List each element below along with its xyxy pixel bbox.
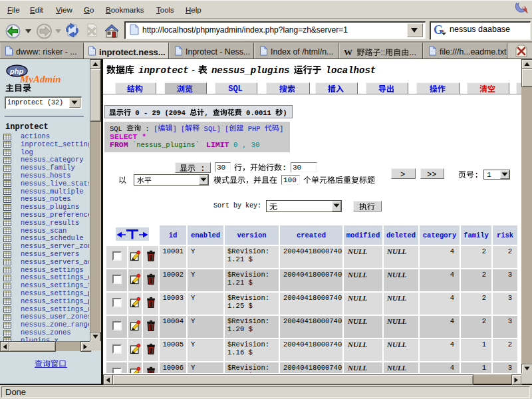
svg-text:localhost: localhost — [326, 65, 376, 76]
svg-text::: : — [282, 164, 287, 173]
svg-text:MyAdmin: MyAdmin — [19, 74, 61, 84]
svg-text:SQL] [: SQL] [ — [200, 125, 229, 133]
svg-text:): ) — [283, 109, 287, 117]
svg-text:nessus_plugins: nessus_plugins — [136, 141, 195, 149]
svg-text:]: ] — [279, 125, 283, 133]
svg-text:G: G — [434, 24, 443, 36]
svg-text:inprotect: inprotect — [138, 65, 189, 76]
svg-text:>>: >> — [427, 170, 436, 180]
svg-text:`: ` — [128, 141, 137, 149]
svg-text::: : — [474, 171, 479, 180]
svg-text::: : — [196, 164, 205, 174]
svg-text:,: , — [204, 109, 213, 117]
svg-text:0 - 29 (2094: 0 - 29 (2094 — [131, 109, 190, 117]
svg-text:[: [ — [154, 125, 158, 133]
svg-text:PHP: PHP — [243, 125, 265, 133]
svg-text:...: ... — [409, 47, 416, 57]
svg-text:0.0011: 0.0011 — [242, 109, 275, 117]
svg-text:LIMIT: LIMIT — [206, 140, 229, 149]
svg-text:W: W — [344, 47, 356, 57]
svg-text:FROM: FROM — [110, 140, 128, 149]
svg-text:::: :: — [381, 48, 386, 57]
svg-text:>: > — [400, 170, 405, 180]
svg-text:`: ` — [195, 141, 203, 149]
svg-text:] [: ] [ — [172, 125, 185, 133]
svg-text:1: 1 — [487, 171, 491, 179]
svg-text:nessus_plugins: nessus_plugins — [211, 65, 290, 76]
svg-text:0 , 30: 0 , 30 — [229, 141, 260, 149]
svg-text:-: - — [192, 65, 195, 75]
